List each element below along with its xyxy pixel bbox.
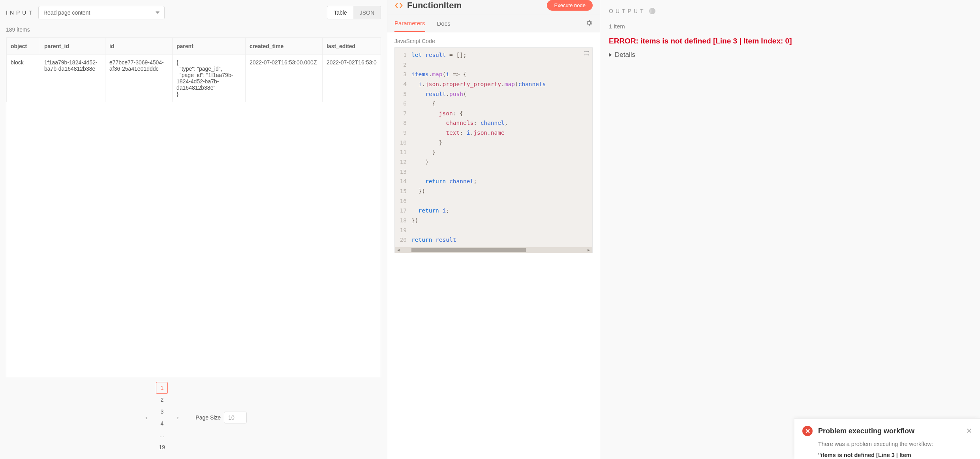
cell-id: e77bce77-3069-4504-af36-25a41e01dddc [105, 55, 173, 102]
view-toggle: Table JSON [327, 6, 381, 19]
col-id[interactable]: id [105, 38, 173, 55]
output-panel: OUTPUT i 1 item ERROR: items is not defi… [600, 0, 980, 459]
cell-object: block [7, 55, 40, 102]
scroll-thumb[interactable] [411, 248, 526, 252]
code-settings-icon[interactable] [584, 50, 590, 58]
page-2[interactable]: 2 [156, 394, 168, 406]
input-table: objectparent_ididparentcreated_timelast_… [6, 38, 381, 102]
code-line: 17 return i; [395, 206, 592, 216]
close-icon[interactable]: ✕ [966, 427, 972, 435]
code-line: 13 [395, 167, 592, 177]
code-line: 4 i.json.property_property.map(channels [395, 79, 592, 89]
output-title: OUTPUT [609, 8, 646, 14]
tab-docs[interactable]: Docs [437, 15, 451, 32]
svg-point-3 [588, 55, 589, 56]
tab-parameters[interactable]: Parameters [394, 15, 425, 32]
input-source-select[interactable]: Read page content [38, 6, 165, 19]
code-label: JavaScript Code [387, 32, 600, 47]
page-size-select[interactable]: 10 [224, 412, 247, 423]
details-toggle[interactable]: Details [609, 51, 971, 59]
code-line: 2 [395, 60, 592, 70]
col-parent[interactable]: parent [173, 38, 246, 55]
scroll-left-icon[interactable]: ◀ [397, 248, 400, 252]
code-line: 19 [395, 226, 592, 235]
error-badge-icon: ✕ [802, 426, 813, 436]
code-line: 6 { [395, 99, 592, 109]
error-toast: ✕ Problem executing workflow ✕ There was… [794, 418, 980, 459]
code-line: 9 text: i.json.name [395, 128, 592, 138]
cell-created_time: 2022-07-02T16:53:00.000Z [246, 55, 323, 102]
input-panel: INPUT Read page content Table JSON 189 i… [0, 0, 387, 459]
col-object[interactable]: object [7, 38, 40, 55]
table-view-button[interactable]: Table [327, 6, 353, 19]
toast-error-detail: "items is not defined [Line 3 | Item [818, 452, 972, 458]
input-title: INPUT [6, 9, 34, 16]
next-page-button[interactable]: › [172, 412, 184, 423]
code-line: 14 return channel; [395, 177, 592, 186]
code-line: 1let result = []; [395, 50, 592, 60]
code-line: 16 [395, 196, 592, 206]
page-size-value: 10 [228, 414, 235, 421]
output-error: ERROR: items is not defined [Line 3 | It… [609, 37, 971, 45]
code-editor[interactable]: 1let result = []; 23items.map(i => {4 i.… [394, 47, 593, 253]
cell-parent_id: 1f1aa79b-1824-4d52-ba7b-da164812b38e [40, 55, 105, 102]
details-label: Details [615, 51, 635, 59]
svg-point-1 [584, 55, 586, 56]
col-created_time[interactable]: created_time [246, 38, 323, 55]
col-last_edited[interactable]: last_edited [323, 38, 381, 55]
page-4[interactable]: 4 [156, 418, 168, 429]
node-title: FunctionItem [407, 0, 543, 11]
input-source-value: Read page content [43, 9, 90, 16]
code-line: 12 ) [395, 157, 592, 167]
execute-node-button[interactable]: Execute node [547, 0, 593, 11]
code-line: 7 json: { [395, 109, 592, 119]
page-…: … [156, 429, 168, 441]
code-line: 8 channels: channel, [395, 118, 592, 128]
code-line: 3items.map(i => { [395, 70, 592, 79]
pagination: ‹ 1234…19 › Page Size 10 [6, 377, 381, 453]
node-panel: FunctionItem Execute node Parameters Doc… [387, 0, 600, 459]
code-h-scrollbar[interactable]: ◀ ▶ [395, 247, 592, 253]
code-line: 5 result.push( [395, 89, 592, 99]
page-19[interactable]: 19 [156, 441, 168, 453]
code-line: 10 } [395, 138, 592, 148]
page-1[interactable]: 1 [156, 382, 168, 394]
toast-body: There was a problem executing the workfl… [818, 440, 972, 449]
page-size-label: Page Size [195, 414, 221, 421]
prev-page-button[interactable]: ‹ [140, 412, 152, 423]
function-icon [394, 1, 403, 10]
page-3[interactable]: 3 [156, 406, 168, 418]
scroll-right-icon[interactable]: ▶ [588, 248, 590, 252]
input-table-scroll[interactable]: objectparent_ididparentcreated_timelast_… [6, 38, 381, 377]
col-parent_id[interactable]: parent_id [40, 38, 105, 55]
code-line: 20return result [395, 235, 592, 245]
chevron-right-icon [609, 53, 612, 57]
input-item-count: 189 items [6, 26, 381, 33]
cell-parent: { "type": "page_id", "page_id": "1f1aa79… [173, 55, 246, 102]
info-icon[interactable]: i [649, 8, 655, 14]
svg-point-0 [584, 51, 586, 53]
code-line: 11 } [395, 147, 592, 157]
output-item-count: 1 item [609, 23, 971, 30]
svg-point-2 [588, 51, 589, 53]
cell-last_edited: 2022-07-02T16:53:0 [323, 55, 381, 102]
gear-icon[interactable] [586, 19, 593, 28]
json-view-button[interactable]: JSON [353, 6, 381, 19]
code-line: 15 }) [395, 186, 592, 196]
code-line: 18}) [395, 216, 592, 226]
toast-title: Problem executing workflow [818, 427, 961, 435]
